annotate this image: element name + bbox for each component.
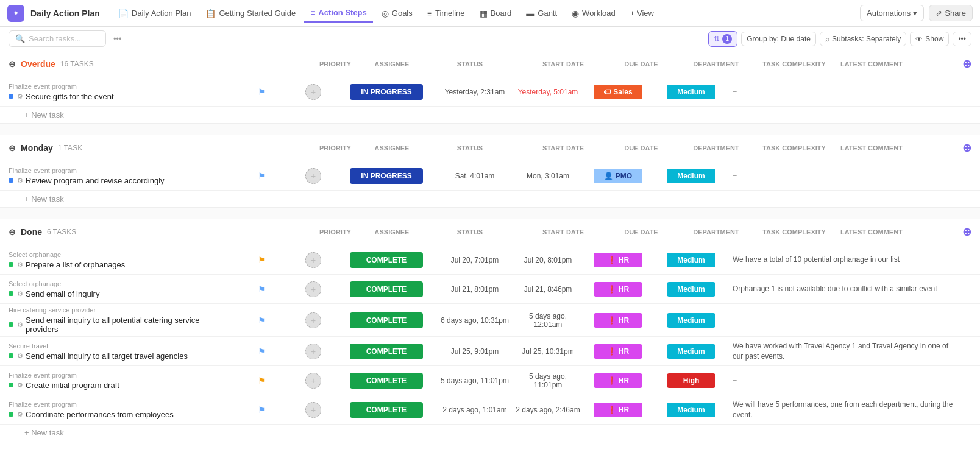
task-name[interactable]: ⚙ Send email inquiry to all target trave… [17,351,188,361]
table-row: Finalize event program ⚙ Create initial … [0,366,980,395]
tab-add-view[interactable]: + View [624,5,660,21]
status-badge[interactable]: COMPLETE [350,373,423,389]
task-dot [9,262,13,267]
task-info: Select orphanage ⚙ Send email of inquiry [9,280,234,298]
priority-flag[interactable]: ⚑ [258,284,266,294]
task-name[interactable]: ⚙ Prepare a list of orphanages [17,260,125,269]
status-cell: COMPLETE [338,312,435,328]
complexity-badge[interactable]: Medium [667,282,715,297]
more-options-button[interactable]: ••• [953,32,971,46]
search-box[interactable]: 🔍 Search tasks... [9,30,106,47]
search-icon: 🔍 [15,34,25,43]
priority-flag[interactable]: ⚑ [258,171,266,181]
assignee-avatar[interactable]: + [305,373,321,389]
dept-badge[interactable]: ❗ HR [594,313,642,328]
task-name[interactable]: ⚙ Review program and revise accordingly [17,176,165,185]
assignee-avatar[interactable]: + [305,84,321,100]
status-badge[interactable]: COMPLETE [350,252,423,268]
task-name[interactable]: ⚙ Send email of inquiry [17,289,99,298]
priority-flag[interactable]: ⚑ [258,316,266,325]
task-dot [9,353,13,358]
priority-flag[interactable]: ⚑ [258,255,266,265]
status-badge[interactable]: COMPLETE [350,312,423,328]
col-header-priority-m: PRIORITY [308,144,363,152]
assignee-cell: + [289,373,338,389]
priority-cell: ⚑ [234,316,289,325]
section-done-title: Done [21,227,42,237]
section-monday-toggle[interactable]: ⊖ [9,143,16,153]
automations-button[interactable]: Automations ▾ [860,5,924,21]
priority-flag[interactable]: ⚑ [258,347,266,356]
dept-icon: ❗ [607,316,616,325]
tab-getting-started[interactable]: 📋 Getting Started Guide [199,5,302,22]
assignee-avatar[interactable]: + [305,281,321,297]
new-task-monday[interactable]: + New task [0,191,980,207]
tab-workload[interactable]: ◉ Workload [566,5,622,22]
subtask-icon: ⚙ [17,352,23,360]
assignee-avatar[interactable]: + [305,402,321,418]
complexity-badge[interactable]: Medium [667,403,715,417]
status-badge[interactable]: COMPLETE [350,281,423,297]
dept-badge[interactable]: 🏷 Sales [594,85,642,99]
task-info: Finalize event program ⚙ Secure gifts fo… [9,83,234,101]
tab-gantt[interactable]: ▬ Gantt [520,5,563,22]
toolbar-more-icon[interactable]: ••• [111,32,124,46]
complexity-badge[interactable]: Medium [667,313,715,328]
task-name[interactable]: ⚙ Send email inquiry to all potential ca… [17,316,229,334]
priority-flag[interactable]: ⚑ [258,405,266,415]
dept-badge[interactable]: 👤 PMO [594,169,642,183]
tab-board[interactable]: ▦ Board [474,5,518,22]
tab-timeline[interactable]: ≡ Timeline [421,5,471,22]
dept-badge[interactable]: ❗ HR [594,344,642,359]
subtasks-button[interactable]: ⌕ Subtasks: Separately [820,32,906,46]
section-done-toggle[interactable]: ⊖ [9,227,16,237]
task-name[interactable]: ⚙ Coordinate performances from employees [17,410,174,419]
status-badge[interactable]: IN PROGRESS [350,168,423,184]
assignee-avatar[interactable]: + [305,312,321,328]
status-badge[interactable]: IN PROGRESS [350,84,423,100]
new-task-overdue[interactable]: + New task [0,107,980,123]
status-cell: COMPLETE [338,373,435,389]
add-task-done-btn[interactable]: ⊕ [962,225,971,239]
add-task-overdue-btn[interactable]: ⊕ [962,57,971,71]
group-by-button[interactable]: Group by: Due date [741,32,816,46]
dept-badge[interactable]: ❗ HR [594,373,642,388]
start-date-cell: Yesterday, 2:31am [435,88,514,96]
assignee-avatar[interactable]: + [305,344,321,359]
table-row: Select orphanage ⚙ Send email of inquiry… [0,275,980,304]
section-overdue-toggle[interactable]: ⊖ [9,59,16,69]
assignee-avatar[interactable]: + [305,252,321,268]
share-button[interactable]: ⇗ Share [929,5,973,21]
complexity-badge[interactable]: High [667,373,715,388]
tab-action-steps[interactable]: ≡ Action Steps [304,4,373,23]
complexity-cell: Medium [655,282,728,297]
complexity-badge[interactable]: Medium [667,344,715,359]
complexity-cell: High [655,373,728,388]
due-date-cell: Jul 21, 8:46pm [514,285,581,294]
dept-cell: 👤 PMO [581,169,655,183]
complexity-badge[interactable]: Medium [667,253,715,267]
priority-flag[interactable]: ⚑ [258,376,266,386]
dept-badge[interactable]: ❗ HR [594,403,642,417]
tab-daily-action-plan[interactable]: 📄 Daily Action Plan [112,5,197,22]
filter-button[interactable]: ⇅ 1 [708,31,737,47]
task-name[interactable]: ⚙ Secure gifts for the event [17,92,114,101]
tab-goals[interactable]: ◎ Goals [375,5,419,22]
status-badge[interactable]: COMPLETE [350,344,423,359]
add-task-monday-btn[interactable]: ⊕ [962,141,971,155]
complexity-badge[interactable]: Medium [667,169,715,183]
task-name[interactable]: ⚙ Create initial program draft [17,381,119,390]
dept-badge[interactable]: ❗ HR [594,282,642,297]
priority-flag[interactable]: ⚑ [258,87,266,97]
show-button[interactable]: 👁 Show [910,32,949,46]
task-dot [9,94,13,99]
assignee-avatar[interactable]: + [305,168,321,184]
section-done-count: 6 TASKS [47,228,76,236]
dept-badge[interactable]: ❗ HR [594,253,642,267]
new-task-done[interactable]: + New task [0,425,980,441]
status-badge[interactable]: COMPLETE [350,402,423,418]
complexity-badge[interactable]: Medium [667,85,715,99]
complexity-cell: Medium [655,85,728,99]
subtask-icon: ⚙ [17,177,23,185]
task-dot [9,291,13,296]
